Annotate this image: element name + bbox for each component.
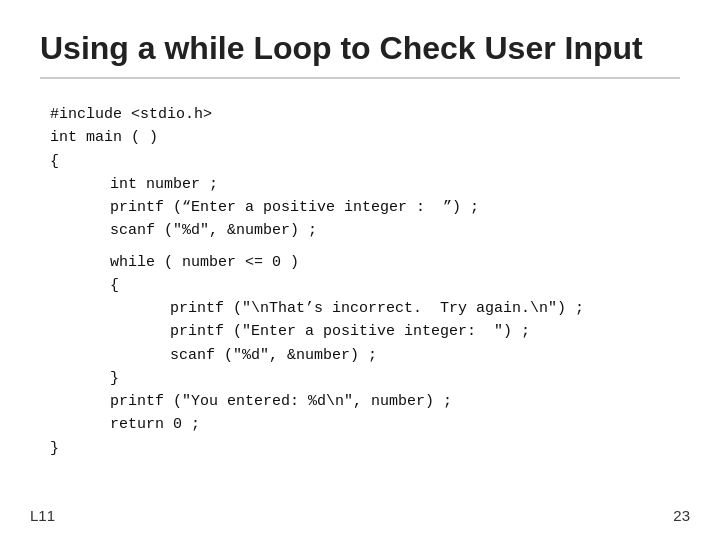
slide-title: Using a while Loop to Check User Input (40, 30, 680, 79)
code-line-12: scanf ("%d", &number) ; (50, 344, 680, 367)
code-line-4: int number ; (50, 173, 680, 196)
code-line-15: return 0 ; (50, 413, 680, 436)
footer: L11 23 (30, 507, 690, 524)
slide: Using a while Loop to Check User Input #… (0, 0, 720, 540)
code-line-13: } (50, 367, 680, 390)
code-line-1: #include <stdio.h> (50, 103, 680, 126)
code-line-2: int main ( ) (50, 126, 680, 149)
code-line-14: printf ("You entered: %d\n", number) ; (50, 390, 680, 413)
code-line-11: printf ("Enter a positive integer: ") ; (50, 320, 680, 343)
code-line-3: { (50, 150, 680, 173)
code-line-16: } (50, 437, 680, 460)
footer-left: L11 (30, 507, 55, 524)
code-line-5: printf (“Enter a positive integer : ”) ; (50, 196, 680, 219)
code-line-10: printf ("\nThat’s incorrect. Try again.\… (50, 297, 680, 320)
code-block: #include <stdio.h> int main ( ) { int nu… (40, 103, 680, 460)
footer-right: 23 (673, 507, 690, 524)
code-line-6: scanf ("%d", &number) ; (50, 219, 680, 242)
code-line-9: { (50, 274, 680, 297)
code-line-8: while ( number <= 0 ) (50, 251, 680, 274)
